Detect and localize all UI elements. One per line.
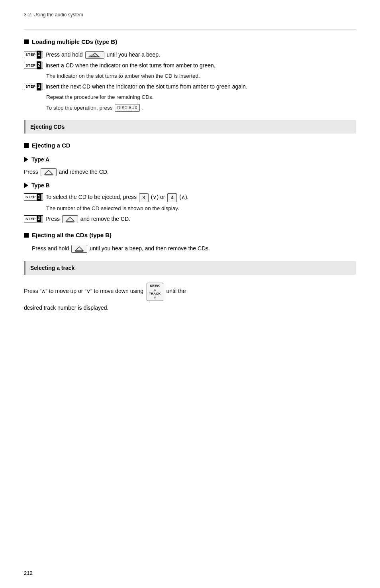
svg-marker-3 bbox=[45, 170, 53, 174]
eject-step-1: STEP 1 To select the CD to be ejected, p… bbox=[24, 193, 356, 202]
type-a-text: Press and remove the CD. bbox=[24, 167, 356, 176]
selecting-track-section: Selecting a track bbox=[24, 261, 356, 275]
eject-button-b bbox=[62, 215, 78, 223]
loading-step-1: STEP 1 Press and hold LOAD until you hea… bbox=[24, 51, 356, 59]
svg-marker-7 bbox=[75, 247, 83, 251]
ejecting-all-text: Press and hold until you hear a beep, an… bbox=[32, 244, 356, 253]
loading-step-3-note1: Repeat the procedure for the remaining C… bbox=[46, 93, 356, 101]
ejecting-a-cd-heading: Ejecting a CD bbox=[24, 141, 356, 150]
loading-step-2-note: The indicator on the slot turns to amber… bbox=[46, 72, 356, 80]
bullet-icon bbox=[24, 39, 29, 44]
disc-aux-button: DISC AUX bbox=[115, 104, 140, 112]
step-badge-1: STEP 1 bbox=[24, 51, 43, 58]
loading-cds-heading: Loading multiple CDs (type B) bbox=[24, 37, 356, 47]
type-a-label: Type A bbox=[24, 155, 356, 164]
eject-button-all bbox=[71, 245, 87, 253]
eject-step-2: STEP 2 Press and remove the CD. bbox=[24, 215, 356, 223]
ejecting-cds-section: Ejecting CDs bbox=[24, 120, 356, 134]
eject-step-badge-2: STEP 2 bbox=[24, 215, 43, 222]
triangle-icon-b bbox=[24, 183, 28, 188]
load-button-icon: LOAD bbox=[85, 51, 104, 59]
seek-track-button: SEEK ∧ TRACK ∨ bbox=[147, 283, 163, 301]
eject-step-1-note: The number of the CD selected is shown o… bbox=[46, 205, 356, 212]
breadcrumb: 3-2. Using the audio system bbox=[24, 12, 356, 18]
loading-step-2: STEP 2 Insert a CD when the indicator on… bbox=[24, 61, 356, 70]
bullet-icon-3 bbox=[24, 233, 29, 238]
step-badge-3: STEP 3 bbox=[24, 83, 43, 90]
svg-text:LOAD: LOAD bbox=[89, 54, 96, 57]
type-b-label: Type B bbox=[24, 181, 356, 190]
loading-step-3: STEP 3 Insert the next CD when the indic… bbox=[24, 83, 356, 91]
eject-button-a bbox=[41, 168, 57, 176]
selecting-track-content: Press “∧” to move up or “∨” to move down… bbox=[24, 283, 356, 312]
loading-step-3-note2: To stop the operation, press DISC AUX . bbox=[46, 104, 356, 112]
step-badge-2: STEP 2 bbox=[24, 62, 43, 69]
triangle-icon-a bbox=[24, 157, 28, 162]
num-4-button: 4 bbox=[167, 193, 177, 202]
num-3-button: 3 bbox=[139, 193, 149, 202]
page-number: 212 bbox=[24, 570, 33, 576]
svg-marker-5 bbox=[66, 217, 74, 221]
ejecting-all-heading: Ejecting all the CDs (type B) bbox=[24, 230, 356, 240]
eject-step-badge-1: STEP 1 bbox=[24, 193, 43, 201]
bullet-icon-2 bbox=[24, 143, 29, 148]
